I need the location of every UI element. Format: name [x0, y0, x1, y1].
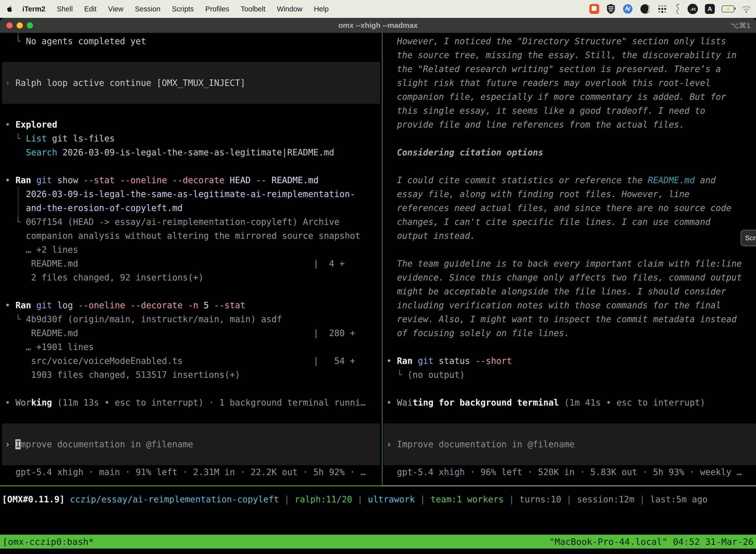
- window-title-bar: omx --xhigh --madmax ⌥⌘1: [0, 18, 756, 33]
- menu-item-help[interactable]: Help: [314, 5, 329, 13]
- battery-icon[interactable]: ⚡: [722, 5, 734, 12]
- terminal-segment: Wai: [397, 398, 413, 407]
- left-terminal-pane[interactable]: └ No agents completed yet› Ralph loop ac…: [0, 33, 382, 486]
- badge-61-icon[interactable]: ..61: [688, 4, 698, 14]
- terminal-line: output instead.: [386, 229, 756, 243]
- left-pane-bottom-border: [0, 486, 382, 486]
- menu-item-iterm2[interactable]: iTerm2: [22, 5, 45, 13]
- terminal-line: companion file, especially if more comme…: [386, 90, 756, 104]
- window-shortcut-badge: ⌥⌘1: [731, 21, 751, 30]
- terminal-line: 2026-03-09-is-legal-the-same-as-legitima…: [5, 187, 382, 201]
- menu-item-window[interactable]: Window: [277, 5, 302, 13]
- terminal-segment: Search: [5, 148, 57, 157]
- terminal-segment: •: [5, 300, 15, 310]
- left-pane-lines: └ No agents completed yet› Ralph loop ac…: [0, 34, 382, 479]
- terminal-segment: git: [31, 175, 52, 185]
- terminal-line: this single essay, it seems like a good …: [386, 104, 756, 118]
- menu-item-toolbelt[interactable]: Toolbelt: [241, 5, 265, 13]
- squiggle-icon[interactable]: [674, 3, 681, 14]
- terminal-line: the source tree, missing the essay. Stil…: [386, 48, 756, 62]
- apple-menu-icon[interactable]: [6, 5, 14, 13]
- terminal-segment: README.md | 280 +: [5, 328, 355, 338]
- terminal-line: [OMX#0.11.9] cczip/essay/ai-reimplementa…: [2, 492, 756, 506]
- terminal-segment: show: [52, 175, 78, 185]
- terminal-segment: Wor: [15, 398, 31, 407]
- terminal-line: └ List git ls-files: [5, 131, 382, 146]
- terminal-segment: src/voice/voiceModeEnabled.ts | 54 +: [5, 356, 355, 366]
- right-terminal-pane[interactable]: However, I noticed the "Directory Struct…: [382, 33, 756, 486]
- terminal-segment: •: [5, 175, 15, 185]
- terminal-segment: ultrawork: [368, 494, 415, 504]
- terminal-segment: •: [5, 120, 15, 129]
- screen: { "menu_bar": { "apple_logo": "apple-ico…: [0, 0, 756, 554]
- terminal-segment: The team guideline is to back every impo…: [386, 259, 742, 269]
- menu-item-session[interactable]: Session: [135, 5, 161, 13]
- terminal-segment: ting for background terminal: [413, 398, 559, 407]
- terminal-segment: No agents completed yet: [26, 36, 146, 46]
- terminal-line: └ 4b9d30f (origin/main, instructkr/main,…: [5, 312, 382, 326]
- menu-item-edit[interactable]: Edit: [84, 5, 97, 13]
- terminal-segment: king: [31, 398, 52, 407]
- terminal-line: README.md | 4 +: [5, 257, 382, 271]
- terminal-segment: review. Also, I might want to inspect th…: [386, 314, 737, 324]
- terminal-segment: output instead.: [386, 231, 475, 241]
- terminal-line: src/voice/voiceModeEnabled.ts | 54 +: [5, 354, 382, 368]
- sync-icon[interactable]: [623, 4, 633, 14]
- menu-item-scripts[interactable]: Scripts: [172, 5, 194, 13]
- terminal-line: However, I noticed the "Directory Struct…: [386, 34, 756, 48]
- terminal-segment: (1m 41s • esc to interrupt): [559, 398, 705, 407]
- terminal-line: [386, 409, 756, 424]
- terminal-line: gpt-5.4 xhigh · main · 91% left · 2.31M …: [5, 465, 382, 479]
- terminal-line: references need actual files, and since …: [386, 201, 756, 215]
- menu-item-shell[interactable]: Shell: [57, 5, 73, 13]
- chat-icon[interactable]: [589, 4, 599, 14]
- dots-grid-icon[interactable]: [657, 4, 667, 14]
- terminal-line: [5, 62, 382, 76]
- terminal-segment: •: [386, 398, 397, 407]
- terminal-segment: However, I noticed the "Directory Struct…: [386, 36, 726, 46]
- terminal-segment: Improve documentation in @filename: [397, 439, 574, 449]
- terminal-segment: evidence. Since this change only affects…: [386, 273, 742, 282]
- terminal-segment: git: [31, 300, 52, 310]
- terminal-segment: └: [5, 133, 26, 144]
- terminal-line: 2 files changed, 92 insertions(+): [5, 271, 382, 284]
- terminal-segment: └: [5, 217, 26, 227]
- tmux-host-clock: "MacBook-Pro-44.local" 04:52 31-Mar-26: [549, 537, 754, 547]
- apple-icon: [6, 5, 13, 13]
- menu-item-profiles[interactable]: Profiles: [205, 5, 230, 13]
- terminal-segment: Considering citation options: [386, 148, 543, 157]
- terminal-segment: --stat: [209, 300, 246, 310]
- terminal-segment: might be acceptable alongside the file l…: [386, 286, 726, 296]
- terminal-segment: team:1 workers: [431, 494, 504, 504]
- terminal-segment: the source tree, missing the essay. Stil…: [386, 50, 737, 60]
- terminal-line: [5, 284, 382, 298]
- terminal-line: the "Related research writing" section i…: [386, 62, 756, 76]
- terminal-segment: 4b9d30f (origin/main, instructkr/main, m…: [26, 314, 282, 324]
- keyboard-a-icon[interactable]: A: [705, 4, 715, 14]
- terminal-line: The team guideline is to back every impo…: [386, 257, 756, 271]
- terminal-line: [386, 131, 756, 146]
- terminal-line: provide file and line references from th…: [386, 118, 756, 131]
- menu-item-view[interactable]: View: [108, 5, 123, 13]
- terminal-segment: Ralph loop active continue [OMX_TMUX_INJ…: [15, 78, 245, 88]
- terminal-line: [386, 159, 756, 173]
- terminal-segment: •: [386, 356, 397, 366]
- wifi-icon[interactable]: [741, 5, 752, 13]
- terminal-line: [5, 48, 382, 62]
- terminal-line: evidence. Since this change only affects…: [386, 271, 756, 284]
- omx-status-line: [OMX#0.11.9] cczip/essay/ai-reimplementa…: [0, 492, 756, 506]
- terminal-segment: 2026-03-09-is-legal-the-same-as-legitima…: [5, 189, 355, 199]
- terminal-segment: List: [26, 133, 47, 144]
- screen-floating-button[interactable]: Scre: [741, 230, 756, 246]
- terminal-line: gpt-5.4 xhigh · 96% left · 520K in · 5.8…: [386, 465, 756, 479]
- terminal-segment: turns:10: [519, 494, 561, 504]
- shield-icon[interactable]: [606, 4, 616, 14]
- tmux-session-label[interactable]: [omx-cczip0:bash*: [2, 537, 94, 547]
- terminal-line: changes, I can't cite specific file line…: [386, 215, 756, 229]
- crescent-icon[interactable]: [640, 4, 650, 14]
- terminal-line: [5, 382, 382, 396]
- terminal-line: [386, 340, 756, 354]
- terminal-line: [386, 424, 756, 437]
- terminal-segment: README.md: [648, 175, 695, 185]
- terminal-segment: ›: [386, 439, 397, 449]
